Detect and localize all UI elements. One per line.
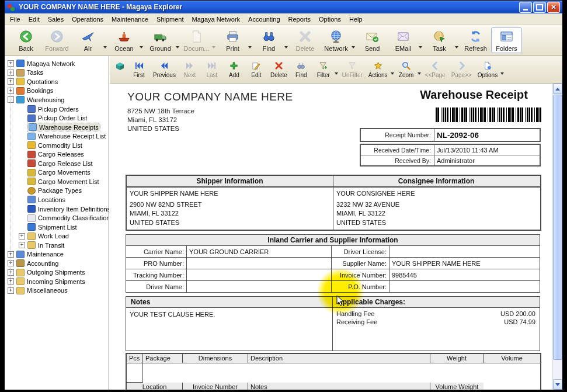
sidebar-item-work-load[interactable]: +Work Load xyxy=(5,231,109,241)
menu-sales[interactable]: Sales xyxy=(44,15,68,24)
network-dropdown-icon[interactable] xyxy=(352,46,355,48)
network-button[interactable]: Network xyxy=(321,27,352,53)
page-next-button[interactable]: Page>> xyxy=(448,60,475,79)
sidebar-item-package-types[interactable]: Package Types xyxy=(5,186,109,196)
vertical-scrollbar[interactable] xyxy=(552,84,562,390)
sidebar-item-quotations[interactable]: +Quotations xyxy=(5,77,109,86)
ground-button[interactable]: Ground xyxy=(145,27,176,53)
close-button[interactable]: ✕ xyxy=(547,2,560,13)
first-button[interactable]: First xyxy=(128,60,150,79)
print-button[interactable]: Print xyxy=(217,27,248,53)
expand-icon[interactable]: + xyxy=(8,251,14,258)
menu-magaya-network[interactable]: Magaya Network xyxy=(188,15,245,24)
page-previous-button[interactable]: <<Page xyxy=(422,60,448,79)
collapse-icon[interactable]: - xyxy=(8,96,14,103)
next-button[interactable]: Next xyxy=(179,60,201,79)
expand-icon[interactable]: + xyxy=(19,233,25,240)
expand-icon[interactable]: + xyxy=(19,242,25,248)
sidebar-item-pickup-order-list[interactable]: Pickup Order List xyxy=(5,113,109,123)
find-dropdown-icon[interactable] xyxy=(284,46,288,48)
filter-dropdown-icon[interactable] xyxy=(335,72,338,75)
sidebar-item-outgoing-shipments[interactable]: +Outgoing Shipments xyxy=(5,268,109,277)
expand-icon[interactable]: + xyxy=(8,70,14,76)
sidebar-item-magaya-network[interactable]: +Magaya Network xyxy=(5,59,109,68)
ocean-dropdown-icon[interactable] xyxy=(140,46,143,48)
sidebar-item-commodity-list[interactable]: Commodity List xyxy=(5,141,109,150)
options-dropdown-icon[interactable] xyxy=(500,72,504,75)
minimize-button[interactable] xyxy=(519,2,532,13)
scroll-down-arrow[interactable] xyxy=(553,379,562,390)
print-dropdown-icon[interactable] xyxy=(248,46,252,48)
sidebar-item-tasks[interactable]: +Tasks xyxy=(5,68,109,78)
sidebar-item-cargo-movements[interactable]: Cargo Movements xyxy=(5,168,109,178)
actions-dropdown-icon[interactable] xyxy=(391,72,394,75)
zoom-button[interactable]: Zoom xyxy=(395,60,418,79)
air-button[interactable]: Air xyxy=(72,27,103,53)
scrollbar-track[interactable] xyxy=(553,360,562,379)
menu-edit[interactable]: Edit xyxy=(25,15,44,24)
restore-button[interactable] xyxy=(533,2,546,13)
ground-dropdown-icon[interactable] xyxy=(176,46,179,48)
expand-icon[interactable]: + xyxy=(8,260,14,266)
expand-icon[interactable]: + xyxy=(8,88,14,94)
menu-help[interactable]: Help xyxy=(345,15,367,24)
filter-button[interactable]: Filter xyxy=(312,60,335,79)
scrollbar-thumb[interactable] xyxy=(553,95,562,360)
previous-button[interactable]: Previous xyxy=(150,60,179,79)
zoom-dropdown-icon[interactable] xyxy=(418,72,421,75)
sidebar-item-cargo-releases[interactable]: Cargo Releases xyxy=(5,150,109,159)
forward-button[interactable]: Forward xyxy=(41,27,72,53)
sidebar-item-warehouse-receipt-list[interactable]: Warehouse Receipt List xyxy=(5,131,109,141)
actions-button[interactable]: Actions xyxy=(366,60,391,79)
edit-button[interactable]: Edit xyxy=(245,60,267,79)
task-dropdown-icon[interactable] xyxy=(455,46,458,48)
folders-button[interactable]: Folders xyxy=(491,27,522,53)
sidebar-item-pickup-orders[interactable]: Pickup Orders xyxy=(5,105,109,114)
find-record-button[interactable]: Find xyxy=(290,60,312,79)
sidebar-item-in-transit[interactable]: +In Transit xyxy=(5,241,109,250)
expand-icon[interactable]: + xyxy=(8,278,14,285)
options-button[interactable]: Options xyxy=(475,60,500,79)
sidebar-item-commodity-classifications[interactable]: Commodity Classifications xyxy=(5,213,109,223)
sidebar-item-cargo-release-list[interactable]: Cargo Release List xyxy=(5,159,109,168)
add-button[interactable]: Add xyxy=(223,60,245,79)
delete-button[interactable]: Delete xyxy=(290,27,321,53)
menu-operations[interactable]: Operations xyxy=(68,15,107,24)
email-dropdown-icon[interactable] xyxy=(419,46,422,48)
expand-icon[interactable]: + xyxy=(8,269,14,276)
ocean-button[interactable]: Ocean xyxy=(109,27,140,53)
delete-record-button[interactable]: Delete xyxy=(267,60,290,79)
sidebar-item-cargo-movement-list[interactable]: Cargo Movement List xyxy=(5,177,109,186)
email-button[interactable]: EMail xyxy=(388,27,419,53)
sidebar-item-locations[interactable]: Locations xyxy=(5,195,109,204)
expand-icon[interactable]: + xyxy=(8,287,14,294)
expand-icon[interactable]: + xyxy=(8,60,14,67)
task-button[interactable]: Task xyxy=(424,27,455,53)
air-dropdown-icon[interactable] xyxy=(103,46,107,48)
menu-file[interactable]: File xyxy=(6,15,25,24)
scroll-up-arrow[interactable] xyxy=(553,84,562,94)
refresh-button[interactable]: Refresh xyxy=(460,27,491,53)
sidebar-item-shipment-list[interactable]: Shipment List xyxy=(5,223,109,232)
sidebar-item-inventory-item-definitions[interactable]: Inventory Item Definitions xyxy=(5,204,109,214)
sidebar-item-incoming-shipments[interactable]: +Incoming Shipments xyxy=(5,277,109,286)
documents-dropdown-icon[interactable] xyxy=(212,46,215,48)
send-button[interactable]: Send xyxy=(357,27,388,53)
unfilter-button[interactable]: UnFilter xyxy=(339,60,366,79)
back-button[interactable]: Back xyxy=(11,27,41,53)
menu-reports[interactable]: Reports xyxy=(284,15,315,24)
sidebar-item-bookings[interactable]: +Bookings xyxy=(5,86,109,96)
sidebar-item-warehousing[interactable]: -Warehousing xyxy=(5,95,109,105)
menu-maintenance[interactable]: Maintenance xyxy=(107,15,152,24)
sidebar-item-maintenance[interactable]: +Maintenance xyxy=(5,249,109,259)
sidebar-item-warehouse-receipts[interactable]: Warehouse Receipts xyxy=(5,123,109,132)
sidebar-item-miscellaneous[interactable]: +Miscellaneous xyxy=(5,286,109,296)
menu-shipment[interactable]: Shipment xyxy=(152,15,187,24)
menu-options[interactable]: Options xyxy=(315,15,345,24)
last-button[interactable]: Last xyxy=(201,60,223,79)
find-button[interactable]: Find xyxy=(253,27,284,53)
sidebar-item-accounting[interactable]: +Accounting xyxy=(5,259,109,268)
documents-button[interactable]: Docum... xyxy=(181,27,212,53)
menu-accounting[interactable]: Accounting xyxy=(244,15,284,24)
expand-icon[interactable]: + xyxy=(8,78,14,85)
